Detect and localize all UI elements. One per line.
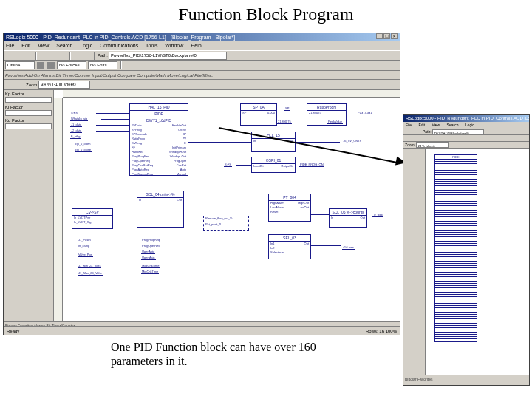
menu-edit[interactable]: Edit bbox=[21, 43, 30, 48]
tb-paste[interactable] bbox=[58, 52, 67, 60]
tb-open[interactable] bbox=[411, 129, 416, 134]
menu-logic[interactable]: Logic bbox=[80, 43, 92, 48]
resd-block[interactable]: PT_004 HighAlarmHighOut LowAlarmLowOut R… bbox=[268, 194, 311, 222]
menu-tools[interactable]: Tools bbox=[146, 43, 157, 48]
tb-c[interactable] bbox=[418, 136, 423, 141]
tb-zoomin[interactable] bbox=[5, 81, 14, 89]
tag-peak[interactable]: PeakValue bbox=[327, 120, 343, 124]
tb-copy[interactable] bbox=[49, 52, 58, 60]
tag-minchk[interactable]: MinChkTime bbox=[141, 270, 159, 274]
tag-j1max[interactable]: J1_Max_24_Volts bbox=[78, 271, 103, 276]
tb-zoomout[interactable] bbox=[16, 81, 24, 89]
close-button[interactable]: × bbox=[391, 33, 398, 39]
pide-param-block[interactable]: PIDE bbox=[434, 154, 477, 342]
menu-comm[interactable]: Communications bbox=[100, 43, 138, 48]
tb-new[interactable] bbox=[5, 52, 14, 60]
pide-block[interactable]: HAL_16_PID PIDE DWY1_16dPID PVDataEnable… bbox=[129, 103, 188, 176]
ki-field[interactable] bbox=[5, 110, 52, 116]
tb-e[interactable] bbox=[166, 61, 175, 69]
tb-open[interactable] bbox=[15, 52, 24, 60]
menu-file[interactable]: File bbox=[6, 43, 14, 48]
tb-g[interactable] bbox=[445, 136, 450, 141]
zoom-field[interactable]: 34 % (-1 in sheet) bbox=[38, 81, 90, 89]
tb-save[interactable] bbox=[24, 52, 33, 60]
maximize-button[interactable]: □ bbox=[383, 33, 390, 39]
ki-label: Ki Factor bbox=[5, 105, 52, 109]
tag-svcnts[interactable]: 16_SV_CNTS bbox=[342, 139, 362, 143]
tag-21[interactable]: 21.890 75 bbox=[277, 120, 292, 124]
path-field[interactable]: Powerflex_PID\1756-L1\0\ST0\Backplane\0 bbox=[109, 52, 227, 60]
menu-view[interactable]: View bbox=[432, 123, 440, 127]
tag-sfs[interactable]: S:FS bbox=[70, 111, 78, 115]
tb-cut[interactable] bbox=[39, 52, 48, 60]
sel-block[interactable]: SEL_03 In1Out In2 SelectorIn bbox=[268, 234, 311, 259]
sp-block[interactable]: SP_0A SP0.000 bbox=[240, 103, 277, 126]
tag-sfs2[interactable]: S:FS bbox=[224, 163, 232, 167]
tag-sp[interactable]: SP bbox=[284, 106, 290, 111]
tb-d[interactable] bbox=[425, 136, 430, 141]
tag-progoper[interactable]: ProgOperReq bbox=[141, 244, 161, 248]
tag-p[interactable]: P=373.331 bbox=[357, 111, 372, 115]
tag-fethg[interactable]: F_ethg bbox=[70, 134, 81, 139]
tag-cylopen[interactable]: cyl_0_open bbox=[75, 142, 91, 146]
tag-incamp[interactable]: In_camp bbox=[78, 244, 90, 248]
menu-view[interactable]: View bbox=[38, 43, 49, 48]
zoom-field[interactable]: 24 % (sheet) bbox=[416, 142, 449, 148]
tb-e[interactable] bbox=[432, 136, 437, 141]
menu-logic[interactable]: Logic bbox=[466, 123, 474, 127]
menu-window[interactable]: Window bbox=[165, 43, 183, 48]
edits-field[interactable]: No Edits bbox=[88, 61, 117, 69]
tag-progprog[interactable]: ProgProgReq bbox=[141, 238, 160, 242]
instruction-palette[interactable]: Favorites Add-On Alarms Bit Timer/Counte… bbox=[4, 71, 400, 80]
tag-opermain[interactable]: OperMain bbox=[141, 256, 156, 260]
tb-a[interactable] bbox=[405, 136, 410, 141]
tag-j1min[interactable]: J1_Min_24_Volts bbox=[78, 264, 101, 268]
tag-j1data[interactable]: J1_data bbox=[70, 123, 82, 127]
scl-r-title: SCL_06 %->counts bbox=[330, 209, 366, 216]
tag-j1posin[interactable]: J1_PosIn bbox=[78, 238, 92, 242]
tb-sep bbox=[69, 52, 71, 60]
tag-valvepos[interactable]: Valve| Pos bbox=[78, 253, 93, 257]
tag-j2data[interactable]: J2_data bbox=[70, 129, 82, 133]
tb-b[interactable] bbox=[135, 61, 144, 69]
tag-cylclose[interactable]: cyl_0_close bbox=[75, 148, 92, 152]
forces-field[interactable]: No Forces bbox=[57, 61, 86, 69]
tb-redo[interactable] bbox=[83, 52, 92, 60]
kd-field[interactable] bbox=[5, 123, 52, 129]
menu-search[interactable]: Search bbox=[447, 123, 459, 127]
tag-maxchk[interactable]: MaxChkTime bbox=[141, 264, 160, 268]
zoom-tabs[interactable]: Bipolar Favorites bbox=[403, 375, 529, 382]
slide-caption: One PID Function block can have over 160… bbox=[111, 340, 332, 368]
zoom-canvas[interactable]: PIDE bbox=[426, 149, 529, 375]
tag-free[interactable]: 456 free bbox=[342, 245, 355, 250]
main-titlebar[interactable]: RSLogix 5000 - PID_Redundant_PLC in PID_… bbox=[4, 33, 400, 41]
menu-edit[interactable]: Edit bbox=[418, 123, 425, 127]
tb-d[interactable] bbox=[156, 61, 165, 69]
tb-new[interactable] bbox=[405, 129, 410, 134]
tb-b[interactable] bbox=[412, 136, 417, 141]
menu-search[interactable]: Search bbox=[56, 43, 72, 48]
menu-file[interactable]: File bbox=[406, 123, 412, 127]
tb-c[interactable] bbox=[146, 61, 154, 69]
kp-field[interactable] bbox=[5, 97, 52, 103]
tb-f[interactable] bbox=[438, 136, 443, 141]
tb-h[interactable] bbox=[451, 136, 457, 141]
tag-osri-out[interactable]: PIDE_PROG_ON bbox=[299, 163, 324, 167]
tag-otxxx[interactable]: _0_txxx bbox=[372, 213, 383, 217]
menu-help[interactable]: Help bbox=[191, 43, 201, 48]
tb-save[interactable] bbox=[417, 129, 422, 134]
scl-left-block[interactable]: SCL_04 units->% InOut bbox=[137, 191, 184, 228]
offline-field[interactable]: Offline bbox=[5, 61, 35, 69]
zoom-titlebar[interactable]: RSLogix 5000 - PID_Redundant_PLC in PID_… bbox=[403, 115, 529, 122]
lvdt-block[interactable]: CV->SV In_LVDTPwr In_LVDT_Sig bbox=[72, 208, 113, 229]
scl-right-block[interactable]: SCL_06 %->counts InOut bbox=[329, 208, 367, 228]
minimize-button[interactable]: _ bbox=[376, 33, 383, 39]
tb-a[interactable] bbox=[125, 61, 134, 69]
tb-browse[interactable] bbox=[237, 52, 246, 60]
tb-undo[interactable] bbox=[73, 52, 82, 60]
tag-operauto[interactable]: OperAuto bbox=[141, 250, 155, 254]
tb-go[interactable] bbox=[228, 52, 236, 60]
tag-whatsin[interactable]: WhatsIn_sig bbox=[70, 117, 88, 121]
path-field[interactable]: DF1-DH+\1\0\Backplane\0 bbox=[432, 129, 484, 135]
osri-block[interactable]: OSRI_01 InputBitOutputBit bbox=[251, 157, 296, 173]
